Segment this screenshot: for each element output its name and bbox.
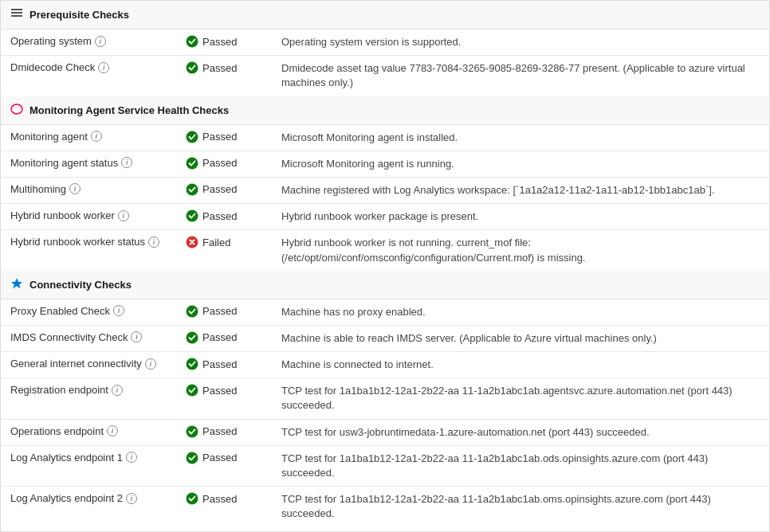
table-row: Dmidecode CheckiPassedDmidecode asset ta… xyxy=(1,56,769,96)
passed-icon xyxy=(186,492,198,505)
check-detail: Machine is able to reach IMDS server. (A… xyxy=(272,325,769,351)
svg-rect-1 xyxy=(11,12,22,14)
passed-icon xyxy=(186,452,198,464)
check-detail: Microsoft Monitoring agent is installed. xyxy=(272,125,769,151)
check-name-label: Hybrid runbook worker xyxy=(10,209,115,221)
check-name-label: Operations endpoint xyxy=(10,425,104,437)
status-badge: Passed xyxy=(186,331,262,344)
table-row: General internet connectivityiPassedMach… xyxy=(1,352,769,378)
svg-point-3 xyxy=(187,36,198,48)
section-header-prerequisite: Prerequisite Checks xyxy=(1,1,769,29)
svg-point-6 xyxy=(187,157,198,169)
status-badge: Passed xyxy=(186,425,262,438)
info-icon[interactable]: i xyxy=(113,305,124,316)
check-detail: Machine is connected to internet. xyxy=(272,352,769,378)
passed-icon xyxy=(186,358,198,370)
status-label: Passed xyxy=(202,358,237,370)
status-badge: Passed xyxy=(186,183,262,196)
info-icon[interactable]: i xyxy=(121,157,132,168)
passed-icon xyxy=(186,331,198,344)
passed-icon xyxy=(186,157,198,170)
failed-icon xyxy=(186,236,198,248)
info-icon[interactable]: i xyxy=(126,493,137,504)
check-detail: TCP test for 1a1ba1b12-12a1-2b22-aa 11-1… xyxy=(272,487,769,527)
monitoring-title: Monitoring Agent Service Health Checks xyxy=(29,104,229,116)
status-badge: Passed xyxy=(186,452,262,464)
status-label: Passed xyxy=(202,62,237,74)
table-row: IMDS Connectivity CheckiPassedMachine is… xyxy=(1,325,769,351)
check-detail: Hybrid runbook worker is not running. cu… xyxy=(272,230,769,271)
info-icon[interactable]: i xyxy=(107,425,118,436)
info-icon[interactable]: i xyxy=(126,452,137,463)
passed-icon xyxy=(186,35,198,48)
passed-icon xyxy=(186,131,198,143)
status-badge: Passed xyxy=(186,131,262,143)
passed-icon xyxy=(186,183,198,196)
svg-point-8 xyxy=(187,210,198,222)
prerequisite-table: Operating systemiPassedOperating system … xyxy=(1,29,769,96)
table-row: Operations endpointiPassedTCP test for u… xyxy=(1,419,769,445)
svg-point-13 xyxy=(187,385,198,397)
status-label: Passed xyxy=(202,210,237,222)
info-icon[interactable]: i xyxy=(145,358,156,370)
status-badge: Passed xyxy=(186,305,262,318)
check-name-label: Hybrid runbook worker status xyxy=(10,236,145,248)
status-badge: Passed xyxy=(186,61,262,74)
status-label: Passed xyxy=(202,425,237,437)
check-name-label: Proxy Enabled Check xyxy=(10,305,110,317)
svg-point-15 xyxy=(187,452,198,464)
check-detail: Dmidecode asset tag value 7783-7084-3265… xyxy=(272,56,769,96)
table-row: Monitoring agent statusiPassedMicrosoft … xyxy=(1,151,769,177)
info-icon[interactable]: i xyxy=(131,331,142,342)
check-name-label: Log Analytics endpoint 2 xyxy=(10,492,123,504)
table-row: Proxy Enabled CheckiPassedMachine has no… xyxy=(1,299,769,326)
status-label: Passed xyxy=(202,131,237,143)
info-icon[interactable]: i xyxy=(112,385,123,396)
check-name-label: IMDS Connectivity Check xyxy=(10,331,128,343)
info-icon[interactable]: i xyxy=(98,62,109,73)
status-badge: Passed xyxy=(186,209,262,222)
status-label: Failed xyxy=(202,237,230,248)
check-detail: Machine has no proxy enabled. xyxy=(272,299,769,326)
status-label: Passed xyxy=(202,157,237,169)
info-icon[interactable]: i xyxy=(118,210,129,221)
table-row: Monitoring agentiPassedMicrosoft Monitor… xyxy=(1,125,769,151)
check-name-label: Registration endpoint xyxy=(10,384,108,396)
info-icon[interactable]: i xyxy=(69,183,81,194)
monitoring-icon xyxy=(10,103,23,118)
check-name-label: General internet connectivity xyxy=(10,358,142,370)
status-badge: Passed xyxy=(186,384,262,397)
prerequisite-icon xyxy=(10,7,23,22)
check-name-label: Log Analytics endpoint 1 xyxy=(10,452,123,464)
check-detail: TCP test for 1a1ba1b12-12a1-2b22-aa 11-1… xyxy=(272,378,769,419)
connectivity-table: Proxy Enabled CheckiPassedMachine has no… xyxy=(1,299,769,527)
svg-point-12 xyxy=(187,358,198,370)
main-container: Prerequisite ChecksOperating systemiPass… xyxy=(0,0,770,532)
info-icon[interactable]: i xyxy=(91,131,102,142)
svg-point-5 xyxy=(187,131,198,143)
passed-icon xyxy=(186,305,198,318)
prerequisite-title: Prerequisite Checks xyxy=(29,9,129,21)
table-row: Hybrid runbook workeriPassedHybrid runbo… xyxy=(1,204,769,230)
status-label: Passed xyxy=(202,183,237,195)
status-label: Passed xyxy=(202,493,237,505)
check-detail: Machine registered with Log Analytics wo… xyxy=(272,177,769,203)
svg-point-7 xyxy=(187,183,198,195)
svg-rect-0 xyxy=(11,9,22,10)
status-badge: Passed xyxy=(186,35,262,48)
table-row: MultihomingiPassedMachine registered wit… xyxy=(1,177,769,203)
info-icon[interactable]: i xyxy=(95,36,106,47)
check-name-label: Monitoring agent xyxy=(10,131,88,143)
check-name-label: Multihoming xyxy=(10,183,66,195)
check-name-label: Dmidecode Check xyxy=(10,61,95,73)
passed-icon xyxy=(186,425,198,438)
check-detail: Hybrid runbook worker package is present… xyxy=(272,204,769,230)
status-badge: Passed xyxy=(186,157,262,170)
passed-icon xyxy=(186,61,198,74)
check-detail: TCP test for usw3-jobruntimedata-1.azure… xyxy=(272,419,769,445)
table-row: Operating systemiPassedOperating system … xyxy=(1,29,769,56)
svg-point-4 xyxy=(187,62,198,74)
info-icon[interactable]: i xyxy=(148,237,159,248)
status-badge: Passed xyxy=(186,358,262,370)
svg-point-11 xyxy=(187,331,198,343)
